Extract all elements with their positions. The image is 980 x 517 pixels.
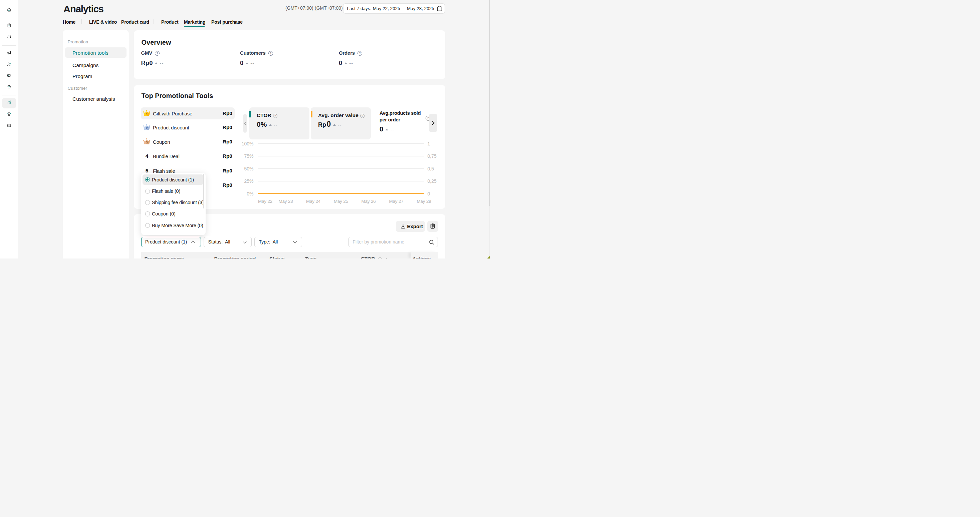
svg-text:1: 1 [146,112,148,116]
svg-text:2: 2 [146,126,148,130]
svg-text:3: 3 [146,140,148,144]
